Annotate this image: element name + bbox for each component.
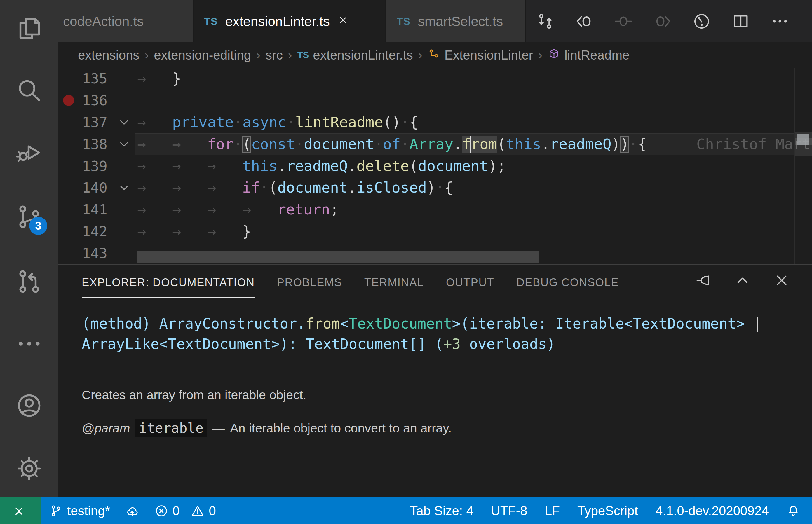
vertical-scrollbar[interactable] bbox=[795, 68, 812, 264]
method-icon bbox=[548, 47, 561, 60]
breadcrumb-separator: › bbox=[533, 48, 548, 62]
panel-actions bbox=[695, 272, 791, 289]
breadcrumb-separator: › bbox=[251, 48, 265, 62]
search-icon bbox=[15, 77, 43, 104]
doc-summary: Creates an array from an iterable object… bbox=[82, 388, 812, 402]
maximize-panel-button[interactable] bbox=[734, 272, 751, 289]
tab-smartSelect.ts[interactable]: TSsmartSelect.ts bbox=[386, 0, 526, 42]
status-encoding[interactable]: UTF-8 bbox=[482, 497, 536, 524]
gutter[interactable]: 138 bbox=[59, 133, 137, 155]
gutter[interactable]: 136 bbox=[59, 89, 137, 112]
breadcrumb-item-ExtensionLinter[interactable]: ExtensionLinter bbox=[427, 47, 533, 63]
panel-tab-label: OUTPUT bbox=[446, 276, 494, 289]
code-line-139[interactable]: 139→→→this.readmeQ.delete(document); bbox=[59, 155, 812, 177]
split-editor-button[interactable] bbox=[731, 12, 750, 31]
gutter[interactable]: 137 bbox=[59, 112, 137, 133]
branch-icon bbox=[49, 504, 63, 518]
status-tab-size[interactable]: Tab Size: 4 bbox=[401, 497, 482, 524]
activity-item-pull-requests[interactable] bbox=[15, 267, 43, 296]
code-line-136[interactable]: 136 bbox=[59, 89, 812, 112]
line-number: 138 bbox=[59, 136, 108, 152]
gauge-icon bbox=[692, 12, 711, 31]
gutter[interactable]: 135 bbox=[59, 68, 137, 89]
fold-chevron-icon[interactable] bbox=[114, 137, 134, 151]
gutter[interactable]: 141 bbox=[59, 199, 137, 220]
class-icon bbox=[427, 47, 440, 60]
gutter[interactable]: 140 bbox=[59, 177, 137, 199]
breadcrumb-item-src[interactable]: src bbox=[265, 48, 283, 62]
fold-chevron-icon[interactable] bbox=[114, 181, 134, 194]
tab-extensionLinter.ts[interactable]: TSextensionLinter.ts bbox=[194, 0, 386, 42]
close-tab-button[interactable] bbox=[337, 13, 349, 29]
panel-tab-output[interactable]: OUTPUT bbox=[446, 276, 494, 289]
code-line-141[interactable]: 141→→→→return; bbox=[59, 199, 812, 220]
close-icon bbox=[337, 14, 349, 26]
status-label: LF bbox=[545, 504, 560, 518]
breadcrumb-item-extensionLinter.ts[interactable]: TSextensionLinter.ts bbox=[297, 48, 413, 62]
status-branch[interactable]: testing* bbox=[42, 497, 118, 524]
breadcrumb-item-lintReadme[interactable]: lintReadme bbox=[548, 47, 630, 63]
line-number: 141 bbox=[59, 201, 108, 218]
activity-item-source-control[interactable]: 3 bbox=[15, 203, 43, 231]
chevron-down-icon bbox=[117, 137, 131, 151]
next-change-icon bbox=[653, 12, 672, 31]
activity-item-accounts[interactable] bbox=[15, 392, 43, 420]
activity-item-more-views[interactable] bbox=[15, 330, 43, 358]
horizontal-scrollbar[interactable] bbox=[137, 251, 538, 263]
documentation-text: Creates an array from an iterable object… bbox=[82, 388, 812, 437]
symbol-class-icon bbox=[427, 47, 440, 63]
more-actions-button[interactable] bbox=[770, 12, 789, 31]
code-editor[interactable]: 135→}136137→private·async·lintReadme()·{… bbox=[59, 68, 812, 264]
code-text: →→→→return; bbox=[137, 201, 339, 218]
activity-item-search[interactable] bbox=[15, 77, 43, 104]
vscode-window: 3 codeAction.tsTSextensionLinter.tsTSsma… bbox=[0, 0, 812, 524]
status-notifications[interactable] bbox=[778, 497, 809, 524]
breadcrumb-separator: › bbox=[139, 48, 154, 62]
panel-tab-problems[interactable]: PROBLEMS bbox=[277, 276, 342, 289]
gutter[interactable]: 143 bbox=[59, 242, 137, 264]
remote-icon bbox=[13, 503, 28, 519]
pin-button[interactable] bbox=[695, 272, 712, 289]
tab-codeAction.ts[interactable]: codeAction.ts bbox=[59, 0, 194, 42]
code-line-138[interactable]: 138→→for·(const·document·of·Array.from(t… bbox=[59, 133, 812, 155]
breadcrumb-item-extension-editing[interactable]: extension-editing bbox=[154, 48, 251, 62]
code-line-142[interactable]: 142→→→} bbox=[59, 220, 812, 243]
code-line-135[interactable]: 135→} bbox=[59, 68, 812, 89]
gutter[interactable]: 142 bbox=[59, 220, 137, 243]
param-separator: — bbox=[212, 421, 225, 435]
panel-tab-debug-console[interactable]: DEBUG CONSOLE bbox=[516, 276, 619, 289]
activity-item-settings[interactable] bbox=[15, 455, 43, 482]
compare-changes-button[interactable] bbox=[536, 12, 555, 31]
close-panel-icon bbox=[773, 272, 791, 289]
code-line-140[interactable]: 140→→→if·(document.isClosed)·{ bbox=[59, 177, 812, 199]
status-sync[interactable] bbox=[118, 497, 147, 524]
chevron-down-icon bbox=[117, 181, 131, 194]
status-ts-version[interactable]: 4.1.0-dev.20200924 bbox=[647, 497, 778, 524]
account-icon bbox=[15, 392, 43, 420]
close-panel-button[interactable] bbox=[773, 272, 791, 289]
status-problems[interactable]: 00 bbox=[147, 497, 224, 524]
gauge-button[interactable] bbox=[692, 12, 711, 31]
gutter[interactable]: 139 bbox=[59, 155, 137, 177]
activity-item-explorer[interactable] bbox=[15, 15, 43, 43]
fold-chevron-icon[interactable] bbox=[114, 116, 134, 129]
code-text: →→→this.readmeQ.delete(document); bbox=[137, 158, 506, 175]
activity-item-run-debug[interactable] bbox=[15, 138, 43, 166]
panel-tab-terminal[interactable]: TERMINAL bbox=[364, 276, 424, 289]
activity-bar: 3 bbox=[0, 0, 59, 497]
status-bar-left: testing*00 bbox=[42, 497, 224, 524]
breadcrumb-item-extensions[interactable]: extensions bbox=[78, 48, 139, 62]
line-number: 139 bbox=[59, 158, 108, 174]
remote-indicator[interactable] bbox=[0, 497, 42, 524]
status-language[interactable]: TypeScript bbox=[569, 497, 647, 524]
previous-change-button[interactable] bbox=[575, 12, 594, 31]
panel-tab-explorer-documentation[interactable]: EXPLORER: DOCUMENTATION bbox=[82, 276, 255, 298]
code-text: →} bbox=[137, 70, 181, 87]
warning-icon bbox=[191, 504, 205, 518]
breadcrumb-separator: › bbox=[283, 48, 297, 62]
code-line-137[interactable]: 137→private·async·lintReadme()·{ bbox=[59, 112, 812, 133]
status-label: Tab Size: 4 bbox=[410, 504, 473, 518]
status-eol[interactable]: LF bbox=[536, 497, 569, 524]
files-icon bbox=[15, 15, 43, 43]
line-number: 143 bbox=[59, 245, 108, 261]
